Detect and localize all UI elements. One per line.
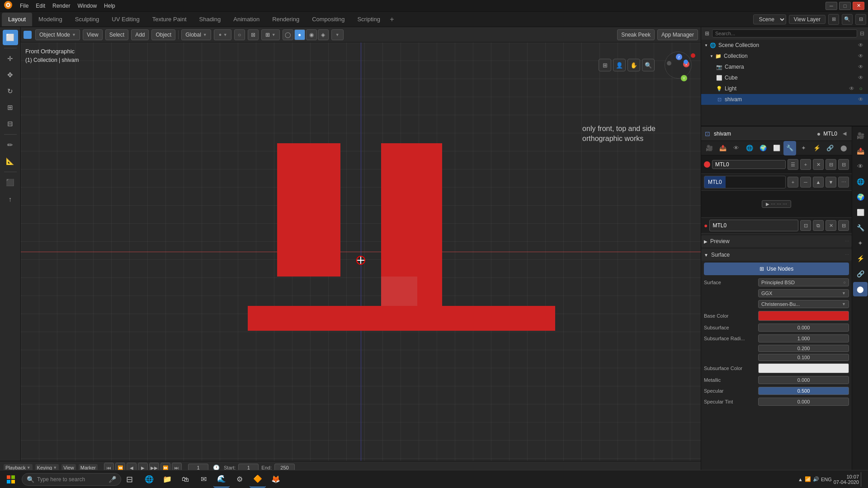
base-color-swatch[interactable] [758,311,849,321]
mat-browse-icon[interactable]: ⊡ [800,220,811,231]
subsurface-color-swatch[interactable] [758,363,849,373]
pi-material[interactable]: ⬤ [853,282,868,296]
mat-slot-dots-btn[interactable]: ⋯ [838,177,849,188]
material-add-btn[interactable]: + [800,159,811,170]
pi-output[interactable]: 📤 [853,144,868,158]
tab-scripting[interactable]: Scripting [351,13,387,26]
collection-row[interactable]: 📁 Collection 👁 [701,51,868,61]
surface-header[interactable]: Surface ⋯ [701,249,852,261]
filter-btn[interactable]: ⊟ [855,14,866,25]
collection-vis-eye[interactable]: 👁 [857,53,864,59]
material-filter-btn[interactable]: ⊟ [838,159,849,170]
rendered-btn[interactable]: ◈ [318,29,329,40]
prop-material-icon[interactable]: ⬤ [837,141,850,155]
cursor-tool[interactable]: ✛ [3,51,18,66]
pi-object-constraints[interactable]: 🔗 [853,267,868,281]
shivam-vis-eye[interactable]: 👁 [857,96,864,103]
distribution2-dropdown[interactable]: Christensen-Bu... ▼ [758,300,849,308]
main-viewport[interactable]: Front Orthographic (1) Collection | shiv… [21,42,701,461]
subsurface-radi-v2[interactable]: 0.200 [758,345,849,352]
settings-search[interactable]: 🔍 [842,14,853,25]
transform-dropdown[interactable]: Global ▼ [181,29,211,40]
mat-dupe-btn[interactable]: ⧉ [813,220,824,231]
add-menu[interactable]: Add [131,29,149,40]
material-browse-btn[interactable]: ☰ [788,159,798,170]
snap-dropdown[interactable]: ⚬▼ [214,29,231,40]
menu-render[interactable]: Render [49,2,74,10]
cube-row[interactable]: ⬜ Cube 👁 [701,72,868,83]
tab-animation[interactable]: Animation [227,13,266,26]
prop-output-icon[interactable]: 📤 [717,141,729,155]
annotate-tool[interactable]: ✏ [3,137,18,153]
win-task-edge[interactable]: 🌊 [213,471,230,488]
mat-slot-up-btn[interactable]: ▲ [813,177,824,188]
snap-icon[interactable]: ⊠ [248,29,259,40]
surface-type-dropdown[interactable]: Principled BSD ○ [758,278,849,286]
prop-world-icon[interactable]: 🌍 [757,141,769,155]
windows-start-btn[interactable] [0,470,22,488]
menu-edit[interactable]: Edit [32,2,49,10]
prop-modifier-icon[interactable]: 🔧 [783,141,796,155]
extrude-tool[interactable]: ↑ [3,191,18,206]
transform-tool[interactable]: ⊟ [3,116,18,131]
window-close[interactable]: ✕ [853,2,864,10]
pi-physics[interactable]: ⚡ [853,251,868,266]
viewport-shading-btn[interactable]: 👤 [613,59,626,71]
solid-btn[interactable]: ● [294,29,305,40]
win-clock[interactable]: 10:07 07-04-2020 [834,474,859,485]
tab-rendering[interactable]: Rendering [266,13,306,26]
add-workspace-btn[interactable]: + [387,14,397,25]
mat-slot-list[interactable]: MTL0 [704,176,786,188]
tab-shading[interactable]: Shading [193,13,227,26]
tray-network[interactable]: 📶 [805,476,811,482]
preview-header[interactable]: Preview ⋯ [701,235,852,247]
props-expand-btn[interactable]: ◀ [841,130,848,137]
pi-view-layer[interactable]: 👁 [853,159,868,174]
menu-window[interactable]: Window [74,2,100,10]
zoom-btn[interactable]: 🔍 [642,59,655,71]
prop-object-icon[interactable]: ⬜ [770,141,783,155]
menu-help[interactable]: Help [100,2,119,10]
win-task-vscode[interactable]: ⚙ [231,471,248,488]
specular-value[interactable]: 0.500 [758,387,849,395]
windows-search[interactable]: 🔍 Type here to search 🎤 [22,473,121,486]
pi-render[interactable]: 🎥 [853,128,868,143]
tab-modeling[interactable]: Modeling [32,13,69,26]
shivam-row[interactable]: ⊡ shivam 👁 [701,94,868,105]
tab-compositing[interactable]: Compositing [306,13,351,26]
pi-scene[interactable]: 🌐 [853,174,868,189]
axis-indicator[interactable]: X Z Y [660,47,696,83]
mat-slot-add-btn[interactable]: + [788,177,798,188]
pi-world[interactable]: 🌍 [853,190,868,204]
measure-tool[interactable]: 📐 [3,154,18,169]
mat-unlink-btn[interactable]: ✕ [826,220,836,231]
tray-lang[interactable]: ENG [821,477,832,482]
wireframe-btn[interactable]: ◯ [283,29,293,40]
scene-collection-row[interactable]: 🌐 Scene Collection 👁 [701,40,868,51]
win-task-view[interactable]: ⊟ [121,471,137,488]
cube-vis-eye[interactable]: 👁 [857,75,864,81]
select-menu[interactable]: Select [105,29,128,40]
win-task-blender[interactable]: 🔶 [250,471,266,488]
tab-texture-paint[interactable]: Texture Paint [146,13,193,26]
app-manager-btn[interactable]: App Manager [657,29,698,40]
view-layer-btn[interactable]: View Layer [789,15,826,24]
light-row[interactable]: 💡 Light 👁 ○ [701,83,868,94]
pi-object[interactable]: ⬜ [853,205,868,220]
metallic-value[interactable]: 0.000 [758,376,849,384]
camera-row[interactable]: 📷 Camera 👁 [701,61,868,72]
prop-physics-icon[interactable]: ⚡ [811,141,823,155]
mat-slot-down-btn[interactable]: ▼ [826,177,836,188]
rotate-tool[interactable]: ↻ [3,84,18,99]
window-icon[interactable]: ⊞ [828,14,839,25]
material-settings-btn[interactable]: ⊟ [826,159,836,170]
material-name-field[interactable]: MTL0 [712,160,786,169]
prop-constraints-icon[interactable]: 🔗 [824,141,837,155]
prop-render-icon[interactable]: 🎥 [703,141,716,155]
win-task-ie[interactable]: 🌐 [141,471,157,488]
search-mic-btn[interactable]: 🎤 [108,476,116,483]
grid-toggle-btn[interactable]: ⊞ [599,59,611,71]
window-maximize[interactable]: □ [839,2,851,10]
use-nodes-btn[interactable]: ⊞ Use Nodes [704,263,849,275]
win-task-firefox[interactable]: 🦊 [268,471,284,488]
